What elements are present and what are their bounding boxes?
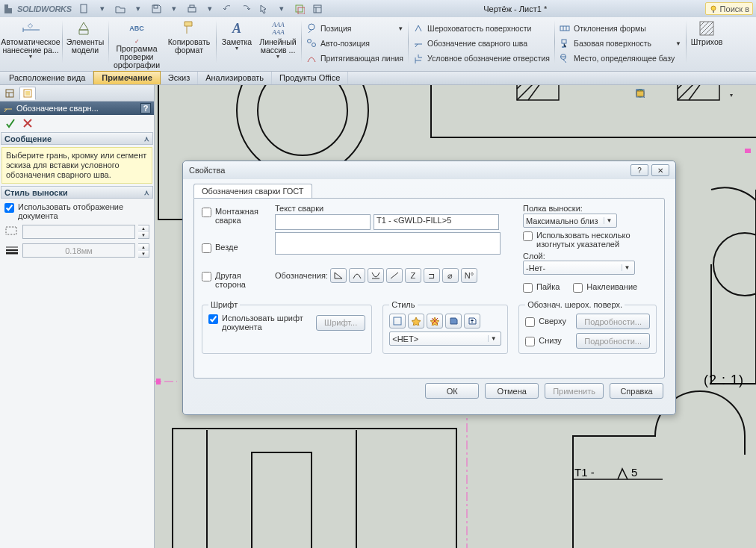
weld-text-main[interactable]: T1 - <GWLD-FILL>5 — [374, 214, 499, 230]
chk-glue[interactable]: Наклеивание — [573, 282, 637, 293]
help-button[interactable]: ? — [140, 103, 151, 113]
chk-sf-top[interactable]: Сверху — [525, 317, 571, 327]
dd-icon[interactable]: ▾ — [725, 88, 738, 102]
ribbon-datum-target[interactable]: Место, определяющее базу — [557, 51, 684, 66]
ribbon-auto-dimension[interactable]: ◇ Автоматическое нанесение ра...▼ — [1, 19, 60, 71]
style-save-icon[interactable] — [445, 314, 462, 329]
ribbon-balloon[interactable]: Позиция▼ — [303, 21, 406, 36]
ribbon-hole-callout[interactable]: Условное обозначение отверстия — [410, 51, 552, 66]
svg-rect-6 — [314, 5, 321, 13]
svg-rect-5 — [298, 7, 305, 14]
btn-ok[interactable]: ОК — [425, 383, 479, 399]
side-tab-property[interactable] — [19, 87, 36, 100]
weld-text-prefix[interactable] — [275, 214, 371, 230]
chk-all-around[interactable]: Везде — [202, 243, 266, 253]
dd-icon[interactable]: ▾ — [202, 2, 218, 16]
select-icon[interactable] — [255, 2, 272, 16]
tab-evaluate[interactable]: Анализировать — [198, 72, 272, 84]
tab-office[interactable]: Продукты Office — [272, 72, 348, 84]
zoom-area-icon[interactable] — [650, 88, 663, 102]
combo-style[interactable]: <НЕТ>▼ — [389, 331, 501, 346]
svg-text:5: 5 — [631, 466, 637, 479]
leader-thickness-field: 0.18мм — [22, 243, 135, 258]
leader-thickness-icon[interactable] — [4, 245, 19, 257]
chk-use-doc-display[interactable]: Использовать отображение документа — [4, 202, 149, 220]
combo-leader[interactable]: Максимально близ▼ — [523, 214, 617, 228]
weld-icon — [3, 103, 13, 113]
rebuild-icon[interactable] — [291, 2, 308, 16]
chk-sf-bot[interactable]: Снизу — [525, 336, 571, 346]
properties-dialog: Свойства ? ✕ Обозначения сварки ГОСТ Мон… — [182, 161, 676, 415]
sym-z[interactable]: Z — [405, 268, 421, 283]
svg-rect-8 — [713, 10, 714, 13]
btn-cancel[interactable]: Отмена — [485, 383, 539, 399]
combo-layer[interactable]: -Нет-▼ — [523, 261, 635, 275]
hide-show-icon[interactable] — [710, 88, 723, 102]
save-icon[interactable] — [148, 2, 164, 16]
ribbon-model-items[interactable]: Элементы модели — [64, 19, 106, 71]
new-file-icon[interactable] — [76, 2, 93, 16]
sym-bracket[interactable]: ⊐ — [424, 268, 440, 283]
ribbon-auto-balloon[interactable]: Авто-позиция — [303, 36, 406, 51]
bulb-icon — [709, 4, 718, 13]
sym-convex[interactable] — [349, 268, 365, 283]
svg-rect-1 — [154, 5, 158, 8]
prev-view-icon[interactable] — [665, 88, 678, 102]
help-button[interactable]: ? — [630, 164, 648, 176]
leader-style-icon[interactable] — [4, 226, 19, 238]
options-icon[interactable] — [309, 2, 326, 16]
svg-point-7 — [711, 6, 716, 10]
ribbon-linear-pattern[interactable]: A A AA A A Линейный массив ...▼ — [257, 19, 299, 71]
sym-diameter[interactable]: ⌀ — [442, 268, 459, 283]
section-view-icon[interactable] — [680, 88, 693, 102]
weld-text-extra[interactable] — [275, 232, 501, 255]
chk-solder[interactable]: Пайка — [523, 282, 560, 293]
ok-icon[interactable] — [4, 117, 16, 129]
ribbon-note[interactable]: A Заметка▼ — [218, 19, 255, 71]
ribbon-format-painter[interactable]: Копировать формат — [164, 19, 214, 71]
tab-sketch[interactable]: Эскиз — [161, 72, 198, 84]
cancel-icon[interactable] — [22, 118, 33, 128]
msg-header[interactable]: Сообщение⋏ — [1, 132, 153, 145]
chk-doc-font[interactable]: Использовать шрифт документа — [208, 314, 309, 331]
open-file-icon[interactable] — [112, 2, 128, 16]
sym-concave[interactable] — [368, 268, 384, 283]
tab-annotation[interactable]: Примечание — [93, 71, 160, 84]
close-button[interactable]: ✕ — [651, 164, 669, 176]
chk-other-side[interactable]: Другая сторона — [202, 271, 266, 289]
sym-degree[interactable]: N° — [461, 268, 477, 283]
chk-multi-jog[interactable]: Использовать несколько изогнутых указате… — [523, 231, 648, 249]
dd-icon[interactable]: ▾ — [94, 2, 111, 16]
style-del-icon[interactable] — [427, 314, 443, 329]
print-icon[interactable] — [184, 2, 200, 16]
style-add-icon[interactable] — [408, 314, 424, 329]
dd-icon[interactable]: ▾ — [166, 2, 182, 16]
leader-style-header[interactable]: Стиль выноски⋏ — [1, 186, 153, 199]
ribbon-datum[interactable]: Базовая поверхность▼ — [557, 36, 684, 51]
sym-fillet[interactable] — [330, 268, 347, 283]
sym-flat[interactable] — [386, 268, 403, 283]
tab-view-layout[interactable]: Расположение вида — [1, 72, 93, 84]
ribbon-magnetic-line[interactable]: Притягивающая линия — [303, 51, 406, 66]
ribbon-geo-tolerance[interactable]: Отклонения формы — [557, 21, 684, 36]
redo-icon[interactable] — [238, 2, 254, 16]
dialog-tab-gost[interactable]: Обозначения сварки ГОСТ — [193, 184, 312, 198]
svg-rect-19 — [25, 91, 30, 96]
btn-help[interactable]: Справка — [610, 383, 663, 399]
ribbon-spellcheck[interactable]: ABC ✓ Программа проверки орфографии — [111, 19, 163, 71]
chk-field-weld[interactable]: Монтажная сварка — [202, 207, 266, 225]
style-apply-icon[interactable] — [389, 314, 406, 329]
ribbon-weld-symbol[interactable]: Обозначение сварного шва — [410, 36, 552, 51]
ribbon-surface-finish[interactable]: Шероховатость поверхности — [410, 21, 552, 36]
lbl-designations: Обозначения: — [275, 271, 328, 280]
side-tab-feature[interactable] — [1, 87, 18, 100]
svg-rect-3 — [190, 5, 194, 7]
style-load-icon[interactable] — [464, 314, 480, 329]
dialog-titlebar[interactable]: Свойства ? ✕ — [183, 161, 675, 179]
search-box[interactable]: Поиск в — [705, 2, 753, 15]
ribbon-hatch[interactable]: Штрихов — [688, 19, 725, 71]
display-style-icon[interactable] — [695, 88, 708, 102]
undo-icon[interactable] — [220, 2, 236, 16]
dd-icon[interactable]: ▾ — [273, 2, 290, 16]
dd-icon[interactable]: ▾ — [130, 2, 146, 16]
